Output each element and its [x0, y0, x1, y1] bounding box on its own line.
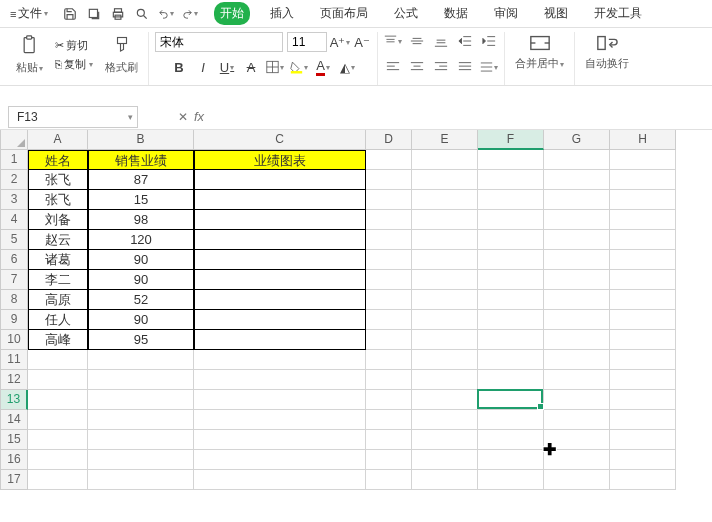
row-header-14[interactable]: 14	[0, 410, 28, 430]
cell-B5[interactable]: 120	[88, 230, 194, 250]
cell-C16[interactable]	[194, 450, 366, 470]
cell-H6[interactable]	[610, 250, 676, 270]
format-painter-button[interactable]: 格式刷	[101, 32, 142, 77]
print-preview-icon[interactable]	[134, 6, 150, 22]
font-color-icon[interactable]: A	[314, 58, 332, 76]
cell-C2[interactable]	[194, 170, 366, 190]
cell-B15[interactable]	[88, 430, 194, 450]
cell-F7[interactable]	[478, 270, 544, 290]
cell-C8[interactable]	[194, 290, 366, 310]
cell-A16[interactable]	[28, 450, 88, 470]
cell-D4[interactable]	[366, 210, 412, 230]
cell-F8[interactable]	[478, 290, 544, 310]
cell-E9[interactable]	[412, 310, 478, 330]
cell-E12[interactable]	[412, 370, 478, 390]
cell-C17[interactable]	[194, 470, 366, 490]
cell-A3[interactable]: 张飞	[28, 190, 88, 210]
cell-C12[interactable]	[194, 370, 366, 390]
col-header-B[interactable]: B	[88, 130, 194, 150]
cell-G3[interactable]	[544, 190, 610, 210]
cell-G13[interactable]	[544, 390, 610, 410]
cell-E13[interactable]	[412, 390, 478, 410]
strike-icon[interactable]: A	[242, 58, 260, 76]
align-top-icon[interactable]	[384, 32, 402, 50]
tab-7[interactable]: 开发工具	[588, 2, 648, 25]
cell-B17[interactable]	[88, 470, 194, 490]
cell-A15[interactable]	[28, 430, 88, 450]
cell-G1[interactable]	[544, 150, 610, 170]
undo-icon[interactable]	[158, 6, 174, 22]
cell-F1[interactable]	[478, 150, 544, 170]
row-header-11[interactable]: 11	[0, 350, 28, 370]
cell-B10[interactable]: 95	[88, 330, 194, 350]
cell-C4[interactable]	[194, 210, 366, 230]
cell-B7[interactable]: 90	[88, 270, 194, 290]
cell-E11[interactable]	[412, 350, 478, 370]
cell-D10[interactable]	[366, 330, 412, 350]
cell-H17[interactable]	[610, 470, 676, 490]
cell-C14[interactable]	[194, 410, 366, 430]
decrease-font-icon[interactable]: A⁻	[353, 33, 371, 51]
cell-F16[interactable]	[478, 450, 544, 470]
cell-A14[interactable]	[28, 410, 88, 430]
row-header-3[interactable]: 3	[0, 190, 28, 210]
cell-D14[interactable]	[366, 410, 412, 430]
cell-E4[interactable]	[412, 210, 478, 230]
cell-B12[interactable]	[88, 370, 194, 390]
cell-H10[interactable]	[610, 330, 676, 350]
cell-F6[interactable]	[478, 250, 544, 270]
cell-B14[interactable]	[88, 410, 194, 430]
cell-G11[interactable]	[544, 350, 610, 370]
col-header-A[interactable]: A	[28, 130, 88, 150]
cell-D8[interactable]	[366, 290, 412, 310]
print-icon[interactable]	[110, 6, 126, 22]
cell-B8[interactable]: 52	[88, 290, 194, 310]
cell-H7[interactable]	[610, 270, 676, 290]
cell-E5[interactable]	[412, 230, 478, 250]
merge-center-button[interactable]: 合并居中	[511, 32, 568, 73]
cell-H4[interactable]	[610, 210, 676, 230]
cell-B3[interactable]: 15	[88, 190, 194, 210]
paste-button[interactable]: 粘贴	[12, 32, 47, 77]
cell-B2[interactable]: 87	[88, 170, 194, 190]
col-header-F[interactable]: F	[478, 130, 544, 150]
tab-3[interactable]: 公式	[388, 2, 424, 25]
cell-H3[interactable]	[610, 190, 676, 210]
file-menu[interactable]: ≡ 文件 ▾	[6, 3, 52, 24]
cell-E10[interactable]	[412, 330, 478, 350]
select-all-corner[interactable]	[0, 130, 28, 150]
redo-icon[interactable]	[182, 6, 198, 22]
font-name-select[interactable]	[155, 32, 283, 52]
cell-B6[interactable]: 90	[88, 250, 194, 270]
formula-bar[interactable]	[210, 106, 712, 128]
align-center-icon[interactable]	[408, 58, 426, 76]
cell-D7[interactable]	[366, 270, 412, 290]
tab-2[interactable]: 页面布局	[314, 2, 374, 25]
justify-icon[interactable]	[456, 58, 474, 76]
cell-C6[interactable]	[194, 250, 366, 270]
cell-B11[interactable]	[88, 350, 194, 370]
cell-D3[interactable]	[366, 190, 412, 210]
cell-D6[interactable]	[366, 250, 412, 270]
row-header-17[interactable]: 17	[0, 470, 28, 490]
cell-F9[interactable]	[478, 310, 544, 330]
cell-E17[interactable]	[412, 470, 478, 490]
cell-F2[interactable]	[478, 170, 544, 190]
cell-G9[interactable]	[544, 310, 610, 330]
align-left-icon[interactable]	[384, 58, 402, 76]
copy-button[interactable]: ⎘ 复制	[53, 56, 95, 73]
tab-1[interactable]: 插入	[264, 2, 300, 25]
cancel-formula-icon[interactable]: ✕	[178, 110, 188, 124]
col-header-D[interactable]: D	[366, 130, 412, 150]
name-box[interactable]: F13	[8, 106, 138, 128]
cell-C5[interactable]	[194, 230, 366, 250]
row-header-9[interactable]: 9	[0, 310, 28, 330]
cell-D12[interactable]	[366, 370, 412, 390]
italic-icon[interactable]: I	[194, 58, 212, 76]
cell-A8[interactable]: 高原	[28, 290, 88, 310]
cell-A13[interactable]	[28, 390, 88, 410]
cut-button[interactable]: ✂ 剪切	[53, 37, 95, 54]
row-header-15[interactable]: 15	[0, 430, 28, 450]
cell-H1[interactable]	[610, 150, 676, 170]
cell-G2[interactable]	[544, 170, 610, 190]
